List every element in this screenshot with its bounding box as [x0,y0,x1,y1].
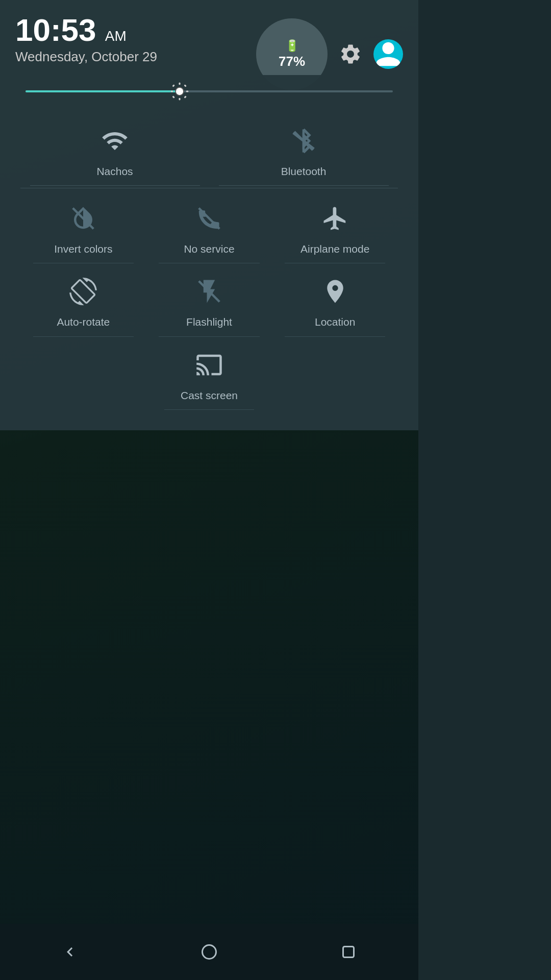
toggle-flashlight[interactable]: Flashlight [146,263,272,336]
wifi-icon-wrap [97,123,133,159]
svg-point-0 [176,87,184,95]
date-display: Wednesday, October 29 [15,49,157,65]
battery-icon: 🔋 [285,39,299,53]
bluetooth-icon-wrap [286,123,321,159]
brightness-row[interactable] [20,90,398,92]
toggle-invert-colors[interactable]: Invert colors [20,190,146,263]
status-header: 10:53 AM Wednesday, October 29 🔋 77% [0,0,418,75]
quick-settings-panel: Nachos Bluetooth [0,75,418,430]
invert-colors-label: Invert colors [54,242,112,255]
auto-rotate-label: Auto-rotate [57,315,110,328]
wifi-label: Nachos [96,165,133,178]
toggle-location[interactable]: Location [272,263,398,336]
svg-rect-8 [184,95,187,99]
toggle-no-service[interactable]: No service [146,190,272,263]
time-section: 10:53 AM Wednesday, October 29 [15,9,157,65]
auto-rotate-icon-wrap [65,274,101,309]
svg-rect-4 [186,90,189,92]
recents-button[interactable] [328,932,369,972]
time-value: 10:53 [15,12,96,47]
airplane-icon-wrap [317,201,353,236]
invert-colors-icon-wrap [65,201,101,236]
toggle-auto-rotate[interactable]: Auto-rotate [20,263,146,336]
svg-rect-3 [171,90,173,92]
top-toggles-row: Nachos Bluetooth [20,113,398,186]
toggle-cast-screen[interactable]: Cast screen [153,337,265,410]
battery-percent: 77% [279,54,305,69]
no-service-icon-wrap [191,201,227,236]
back-button[interactable] [49,932,90,972]
user-avatar[interactable] [373,39,403,69]
location-label: Location [315,315,355,328]
time-display: 10:53 AM [15,14,157,46]
bluetooth-label: Bluetooth [281,165,327,178]
svg-rect-7 [172,95,176,99]
location-icon-wrap [317,274,353,309]
brightness-thumb[interactable] [168,80,191,103]
time-ampm: AM [105,28,127,44]
toggle-wifi[interactable]: Nachos [20,113,209,186]
flashlight-label: Flashlight [186,315,232,328]
home-button[interactable] [189,932,230,972]
nav-bar [0,924,418,980]
no-service-label: No service [184,242,234,255]
svg-rect-6 [184,84,187,87]
flashlight-icon-wrap [191,274,227,309]
toggle-bluetooth[interactable]: Bluetooth [209,113,398,186]
svg-rect-5 [172,84,176,87]
brightness-slider-fill [26,90,180,92]
svg-rect-15 [343,947,354,958]
cast-screen-label: Cast screen [181,389,238,402]
svg-point-14 [202,945,216,959]
svg-rect-2 [179,98,181,101]
toggle-airplane-mode[interactable]: Airplane mode [272,190,398,263]
brightness-slider-track[interactable] [26,90,393,92]
svg-rect-1 [179,83,181,85]
cast-screen-icon-wrap [191,347,227,383]
extra-toggles-row: Cast screen [20,337,398,410]
settings-button[interactable] [339,42,362,66]
airplane-mode-label: Airplane mode [300,242,369,255]
divider-1 [20,188,398,188]
bottom-toggles-row: Auto-rotate Flashlight Location [20,263,398,336]
middle-toggles-row: Invert colors No service Airplane mode [20,190,398,263]
